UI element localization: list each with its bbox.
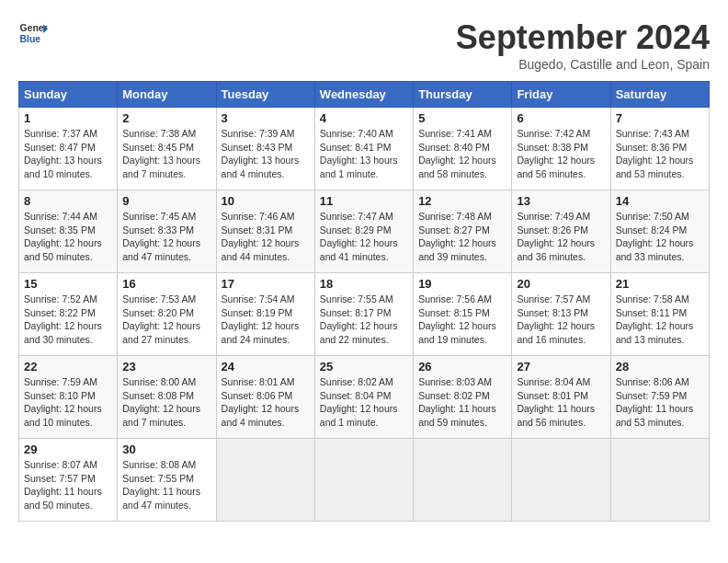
day-info: Sunrise: 7:42 AM Sunset: 8:38 PM Dayligh… bbox=[517, 127, 605, 181]
calendar-week-4: 29Sunrise: 8:07 AM Sunset: 7:57 PM Dayli… bbox=[19, 439, 710, 522]
calendar-cell-w3-d4: 26Sunrise: 8:03 AM Sunset: 8:02 PM Dayli… bbox=[414, 356, 512, 439]
header-friday: Friday bbox=[512, 82, 610, 108]
day-info: Sunrise: 7:39 AM Sunset: 8:43 PM Dayligh… bbox=[222, 127, 310, 181]
day-number: 15 bbox=[24, 277, 112, 291]
calendar-cell-w4-d1: 30Sunrise: 8:08 AM Sunset: 7:55 PM Dayli… bbox=[118, 439, 216, 522]
calendar-cell-w3-d5: 27Sunrise: 8:04 AM Sunset: 8:01 PM Dayli… bbox=[512, 356, 610, 439]
day-info: Sunrise: 7:58 AM Sunset: 8:11 PM Dayligh… bbox=[616, 293, 704, 347]
calendar-cell-w4-d5 bbox=[512, 439, 610, 522]
location-title: Bugedo, Castille and Leon, Spain bbox=[456, 57, 710, 72]
header-thursday: Thursday bbox=[414, 82, 512, 108]
day-info: Sunrise: 7:41 AM Sunset: 8:40 PM Dayligh… bbox=[418, 127, 506, 181]
day-number: 11 bbox=[320, 194, 408, 208]
calendar-table: Sunday Monday Tuesday Wednesday Thursday… bbox=[18, 81, 710, 522]
calendar-cell-w1-d6: 14Sunrise: 7:50 AM Sunset: 8:24 PM Dayli… bbox=[610, 190, 709, 273]
calendar-cell-w0-d2: 3Sunrise: 7:39 AM Sunset: 8:43 PM Daylig… bbox=[216, 108, 314, 190]
header-monday: Monday bbox=[118, 82, 216, 108]
day-info: Sunrise: 8:02 AM Sunset: 8:04 PM Dayligh… bbox=[320, 375, 408, 430]
day-info: Sunrise: 7:57 AM Sunset: 8:13 PM Dayligh… bbox=[517, 293, 605, 347]
calendar-cell-w2-d5: 20Sunrise: 7:57 AM Sunset: 8:13 PM Dayli… bbox=[512, 273, 610, 356]
calendar-header-row: Sunday Monday Tuesday Wednesday Thursday… bbox=[19, 82, 710, 108]
calendar-cell-w1-d1: 9Sunrise: 7:45 AM Sunset: 8:33 PM Daylig… bbox=[118, 190, 216, 273]
day-number: 25 bbox=[320, 360, 408, 373]
calendar-week-3: 22Sunrise: 7:59 AM Sunset: 8:10 PM Dayli… bbox=[19, 356, 710, 439]
day-info: Sunrise: 8:07 AM Sunset: 7:57 PM Dayligh… bbox=[24, 458, 112, 512]
calendar-cell-w1-d0: 8Sunrise: 7:44 AM Sunset: 8:35 PM Daylig… bbox=[19, 190, 118, 273]
day-info: Sunrise: 7:54 AM Sunset: 8:19 PM Dayligh… bbox=[222, 293, 310, 347]
logo: General Blue bbox=[18, 18, 48, 48]
header-sunday: Sunday bbox=[19, 82, 118, 108]
day-info: Sunrise: 8:04 AM Sunset: 8:01 PM Dayligh… bbox=[517, 375, 605, 430]
day-info: Sunrise: 7:48 AM Sunset: 8:27 PM Dayligh… bbox=[418, 210, 506, 264]
day-info: Sunrise: 7:46 AM Sunset: 8:31 PM Dayligh… bbox=[222, 210, 310, 264]
calendar-cell-w4-d0: 29Sunrise: 8:07 AM Sunset: 7:57 PM Dayli… bbox=[19, 439, 118, 522]
day-info: Sunrise: 7:40 AM Sunset: 8:41 PM Dayligh… bbox=[320, 127, 408, 181]
day-number: 7 bbox=[616, 111, 704, 125]
calendar-cell-w4-d2 bbox=[216, 439, 314, 522]
header-saturday: Saturday bbox=[610, 82, 709, 108]
calendar-cell-w2-d6: 21Sunrise: 7:58 AM Sunset: 8:11 PM Dayli… bbox=[610, 273, 709, 356]
day-number: 26 bbox=[418, 360, 506, 373]
calendar-cell-w2-d0: 15Sunrise: 7:52 AM Sunset: 8:22 PM Dayli… bbox=[19, 273, 118, 356]
day-number: 10 bbox=[222, 194, 310, 208]
day-number: 1 bbox=[24, 111, 112, 125]
calendar-cell-w0-d1: 2Sunrise: 7:38 AM Sunset: 8:45 PM Daylig… bbox=[118, 108, 216, 190]
calendar-cell-w0-d5: 6Sunrise: 7:42 AM Sunset: 8:38 PM Daylig… bbox=[512, 108, 610, 190]
day-info: Sunrise: 7:37 AM Sunset: 8:47 PM Dayligh… bbox=[24, 127, 112, 181]
day-number: 23 bbox=[122, 360, 210, 373]
calendar-cell-w3-d6: 28Sunrise: 8:06 AM Sunset: 7:59 PM Dayli… bbox=[610, 356, 709, 439]
day-info: Sunrise: 7:55 AM Sunset: 8:17 PM Dayligh… bbox=[320, 293, 408, 347]
calendar-cell-w0-d6: 7Sunrise: 7:43 AM Sunset: 8:36 PM Daylig… bbox=[610, 108, 709, 190]
day-number: 29 bbox=[24, 442, 112, 456]
day-number: 16 bbox=[122, 277, 210, 291]
day-number: 22 bbox=[24, 360, 112, 373]
page-header: General Blue September 2024 Bugedo, Cast… bbox=[18, 18, 710, 72]
day-number: 6 bbox=[517, 111, 605, 125]
day-info: Sunrise: 7:53 AM Sunset: 8:20 PM Dayligh… bbox=[122, 293, 210, 347]
header-wednesday: Wednesday bbox=[314, 82, 413, 108]
calendar-cell-w1-d3: 11Sunrise: 7:47 AM Sunset: 8:29 PM Dayli… bbox=[314, 190, 413, 273]
calendar-week-1: 8Sunrise: 7:44 AM Sunset: 8:35 PM Daylig… bbox=[19, 190, 710, 273]
calendar-cell-w2-d2: 17Sunrise: 7:54 AM Sunset: 8:19 PM Dayli… bbox=[216, 273, 314, 356]
calendar-cell-w2-d4: 19Sunrise: 7:56 AM Sunset: 8:15 PM Dayli… bbox=[414, 273, 512, 356]
month-title: September 2024 bbox=[456, 18, 710, 57]
calendar-cell-w0-d0: 1Sunrise: 7:37 AM Sunset: 8:47 PM Daylig… bbox=[19, 108, 118, 190]
day-number: 30 bbox=[122, 442, 210, 456]
calendar-cell-w1-d4: 12Sunrise: 7:48 AM Sunset: 8:27 PM Dayli… bbox=[414, 190, 512, 273]
calendar-cell-w1-d2: 10Sunrise: 7:46 AM Sunset: 8:31 PM Dayli… bbox=[216, 190, 314, 273]
day-number: 4 bbox=[320, 111, 408, 125]
day-number: 28 bbox=[616, 360, 704, 373]
day-info: Sunrise: 7:38 AM Sunset: 8:45 PM Dayligh… bbox=[122, 127, 210, 181]
day-number: 14 bbox=[616, 194, 704, 208]
general-blue-logo-icon: General Blue bbox=[18, 18, 48, 48]
day-info: Sunrise: 8:00 AM Sunset: 8:08 PM Dayligh… bbox=[122, 375, 210, 430]
title-section: September 2024 Bugedo, Castille and Leon… bbox=[456, 18, 710, 72]
day-info: Sunrise: 7:45 AM Sunset: 8:33 PM Dayligh… bbox=[122, 210, 210, 264]
day-number: 3 bbox=[222, 111, 310, 125]
header-tuesday: Tuesday bbox=[216, 82, 314, 108]
calendar-cell-w4-d6 bbox=[610, 439, 709, 522]
calendar-cell-w3-d3: 25Sunrise: 8:02 AM Sunset: 8:04 PM Dayli… bbox=[314, 356, 413, 439]
day-info: Sunrise: 7:59 AM Sunset: 8:10 PM Dayligh… bbox=[24, 375, 112, 430]
day-number: 5 bbox=[418, 111, 506, 125]
day-info: Sunrise: 8:08 AM Sunset: 7:55 PM Dayligh… bbox=[122, 458, 210, 512]
calendar-week-0: 1Sunrise: 7:37 AM Sunset: 8:47 PM Daylig… bbox=[19, 108, 710, 190]
day-info: Sunrise: 8:01 AM Sunset: 8:06 PM Dayligh… bbox=[222, 375, 310, 430]
day-number: 18 bbox=[320, 277, 408, 291]
day-number: 12 bbox=[418, 194, 506, 208]
day-info: Sunrise: 7:47 AM Sunset: 8:29 PM Dayligh… bbox=[320, 210, 408, 264]
day-number: 20 bbox=[517, 277, 605, 291]
day-info: Sunrise: 7:50 AM Sunset: 8:24 PM Dayligh… bbox=[616, 210, 704, 264]
day-number: 2 bbox=[122, 111, 210, 125]
calendar-cell-w3-d2: 24Sunrise: 8:01 AM Sunset: 8:06 PM Dayli… bbox=[216, 356, 314, 439]
day-info: Sunrise: 7:52 AM Sunset: 8:22 PM Dayligh… bbox=[24, 293, 112, 347]
day-number: 9 bbox=[122, 194, 210, 208]
calendar-cell-w3-d0: 22Sunrise: 7:59 AM Sunset: 8:10 PM Dayli… bbox=[19, 356, 118, 439]
calendar-cell-w0-d3: 4Sunrise: 7:40 AM Sunset: 8:41 PM Daylig… bbox=[314, 108, 413, 190]
day-number: 27 bbox=[517, 360, 605, 373]
day-number: 8 bbox=[24, 194, 112, 208]
day-number: 21 bbox=[616, 277, 704, 291]
day-number: 17 bbox=[222, 277, 310, 291]
calendar-cell-w4-d3 bbox=[314, 439, 413, 522]
calendar-cell-w3-d1: 23Sunrise: 8:00 AM Sunset: 8:08 PM Dayli… bbox=[118, 356, 216, 439]
